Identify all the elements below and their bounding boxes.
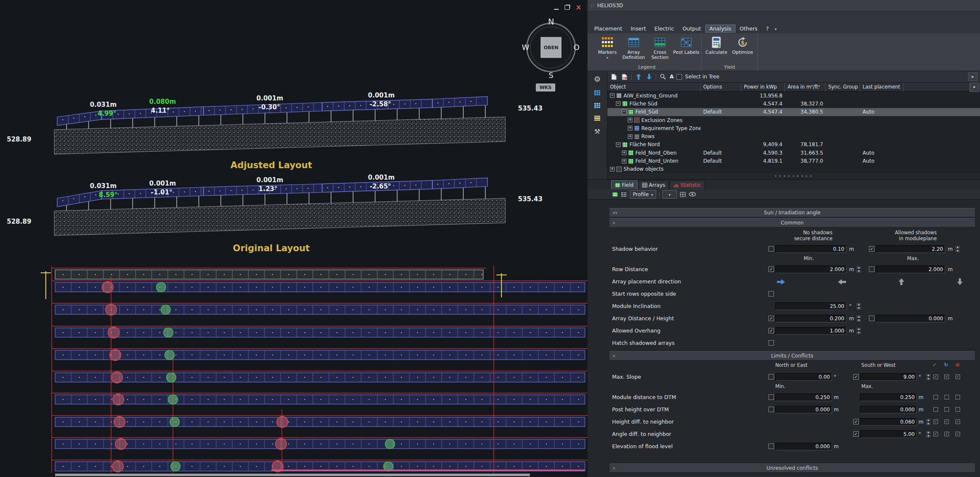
conflict-checkbox[interactable] xyxy=(955,407,960,412)
arrow-up-icon[interactable] xyxy=(899,278,904,285)
conflict-checkbox[interactable] xyxy=(955,419,960,424)
array-definition-button[interactable]: Array Definition xyxy=(621,35,647,64)
spinner[interactable] xyxy=(856,315,862,322)
conflict-checkbox[interactable] xyxy=(933,395,938,399)
tree-scroll-button[interactable] xyxy=(970,83,979,92)
compass-widget[interactable]: OBEN N W S O xyxy=(520,14,582,82)
expander-icon[interactable] xyxy=(616,142,621,147)
value-field[interactable]: 0.200 xyxy=(775,315,846,322)
chevron-up-icon[interactable] xyxy=(612,464,615,472)
compass-south[interactable]: S xyxy=(548,71,553,80)
expander-icon[interactable] xyxy=(628,118,632,122)
tree-row[interactable]: Feld_Nord_Oben Default 4,590.3 31,663.5 … xyxy=(607,149,980,157)
tree-row[interactable]: Exclusion Zones xyxy=(607,116,980,124)
conflict-checkbox[interactable] xyxy=(933,432,938,436)
spinner[interactable] xyxy=(856,327,862,335)
value-field[interactable]: 2.20 xyxy=(876,245,945,253)
checkbox[interactable] xyxy=(869,266,874,272)
expander-icon[interactable] xyxy=(622,159,626,164)
column-header[interactable]: Sync. Group xyxy=(826,83,860,92)
conflict-checkbox[interactable] xyxy=(955,432,960,436)
chevron-up-icon[interactable] xyxy=(612,352,615,360)
conflict-checkbox[interactable] xyxy=(933,407,938,412)
section-unresolved-conflicts[interactable]: Unresolved conflicts xyxy=(610,463,975,473)
table-blue-icon[interactable] xyxy=(594,89,601,96)
chevron-up-icon[interactable] xyxy=(612,219,615,227)
menu-others[interactable]: Others xyxy=(735,25,762,33)
compass-west[interactable]: W xyxy=(522,43,529,52)
checkbox[interactable] xyxy=(768,328,774,333)
restore-icon[interactable] xyxy=(565,5,570,10)
forbid-icon[interactable] xyxy=(955,362,960,368)
expander-icon[interactable] xyxy=(628,134,632,139)
settings-gear-icon[interactable] xyxy=(594,75,601,83)
value-field[interactable]: 0.000 xyxy=(860,406,917,413)
conflict-checkbox[interactable] xyxy=(944,407,949,412)
visibility-eye-icon[interactable] xyxy=(689,192,696,197)
column-header[interactable]: Last placement xyxy=(860,83,904,92)
spinner[interactable] xyxy=(925,373,931,381)
tree-row[interactable]: Feld_Nord_Unten Default 4,819.1 38,777.0… xyxy=(607,157,980,165)
sync-icon[interactable] xyxy=(944,362,948,368)
value-field[interactable]: 0.250 xyxy=(775,394,832,401)
spinner[interactable] xyxy=(856,302,862,310)
new-document-icon[interactable] xyxy=(610,73,618,80)
conflict-checkbox[interactable] xyxy=(933,374,938,379)
checkbox[interactable] xyxy=(768,316,774,321)
expander-icon[interactable] xyxy=(616,101,621,106)
move-up-icon[interactable] xyxy=(635,73,642,80)
checkbox[interactable] xyxy=(853,374,859,380)
column-header[interactable]: Object xyxy=(607,83,701,92)
checkbox[interactable] xyxy=(768,407,774,412)
conflict-checkbox[interactable] xyxy=(944,432,949,436)
menu-insert[interactable]: Insert xyxy=(626,25,650,33)
tree-row[interactable]: AIW_Existing_Ground 13,956.8 xyxy=(607,92,980,100)
cad-viewport[interactable]: 0.031m 4.99° 0.080m 4.11° 0.001m -0.30° … xyxy=(0,0,588,477)
arrow-right-icon[interactable] xyxy=(777,279,785,285)
tree-row[interactable]: Requirement Type Zones xyxy=(607,124,980,132)
column-header[interactable]: Area in m²/ft² xyxy=(785,83,826,92)
checkbox[interactable] xyxy=(869,316,874,321)
spinner[interactable] xyxy=(856,266,862,273)
expander-icon[interactable] xyxy=(610,167,615,172)
value-field[interactable]: 9.00 xyxy=(860,373,917,381)
checkbox[interactable] xyxy=(768,340,774,346)
conflict-checkbox[interactable] xyxy=(944,395,949,399)
value-field[interactable]: 0.10 xyxy=(775,245,846,253)
minimize-icon[interactable] xyxy=(554,9,559,10)
value-field[interactable]: 0.00 xyxy=(775,373,832,381)
expander-icon[interactable] xyxy=(628,126,632,130)
column-header[interactable]: Options xyxy=(701,83,741,92)
grip-icon[interactable] xyxy=(591,3,594,8)
section-limits-conflicts[interactable]: Limits / Conflicts xyxy=(610,351,975,361)
style-dropdown[interactable] xyxy=(663,190,677,199)
column-header[interactable]: Power in kWp xyxy=(741,83,785,92)
splitter-handle[interactable] xyxy=(607,173,980,179)
panel-titlebar[interactable]: HELIOS3D xyxy=(587,0,980,11)
tools-wrench-icon[interactable] xyxy=(594,128,600,136)
section-sun-irradiation[interactable]: Sun / Irradiation angle xyxy=(610,208,975,217)
resolve-ok-icon[interactable] xyxy=(933,362,937,368)
value-field[interactable]: 0.000 xyxy=(775,443,832,450)
menu-help[interactable]: ? xyxy=(762,25,773,33)
expander-icon[interactable] xyxy=(622,110,626,114)
post-labels-button[interactable]: Post Labels xyxy=(673,35,699,64)
list-icon[interactable] xyxy=(621,191,627,197)
value-field[interactable]: 0.250 xyxy=(860,394,917,401)
calculate-button[interactable]: $ Calculate xyxy=(703,35,729,64)
tree-row[interactable]: Fläche Süd 4,547.4 38,327.0 xyxy=(607,100,980,108)
spinner[interactable] xyxy=(955,245,961,253)
checkbox[interactable] xyxy=(768,444,774,449)
grid-icon[interactable] xyxy=(680,191,686,197)
value-field[interactable]: 5.00 xyxy=(860,430,917,438)
chevron-double-down-icon[interactable] xyxy=(612,208,617,217)
expander-icon[interactable] xyxy=(622,150,626,155)
cross-section-button[interactable]: Cross Section xyxy=(647,35,673,64)
table-light-blue-icon[interactable] xyxy=(594,102,601,109)
value-field[interactable]: 2.000 xyxy=(775,266,846,273)
value-field[interactable]: 2.000 xyxy=(876,266,945,273)
checkbox[interactable] xyxy=(853,419,859,424)
tab-statistic[interactable]: Statistic xyxy=(670,180,705,189)
tree-row-selected[interactable]: Feld_Süd Default 4,547.4 34,380.5 Auto xyxy=(607,108,980,116)
checkbox[interactable] xyxy=(768,266,774,272)
